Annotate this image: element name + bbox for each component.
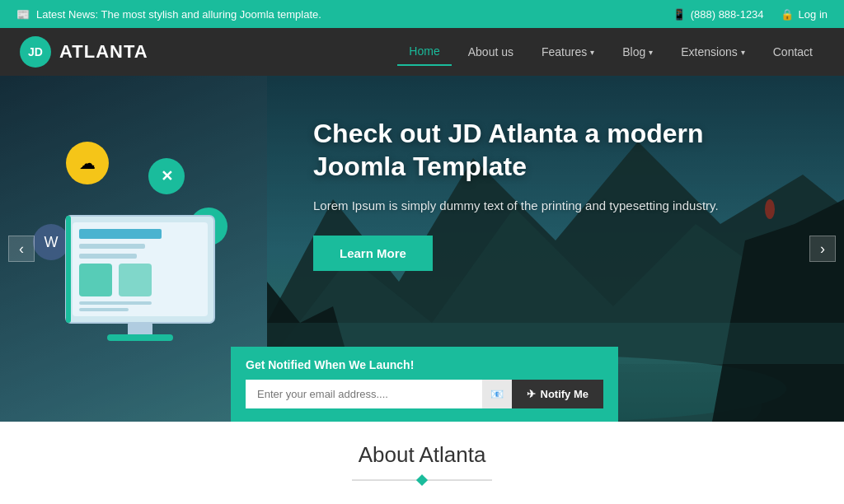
phone-number: (888) 888-1234: [691, 8, 764, 21]
about-section: About Atlanta: [0, 422, 844, 504]
notify-button[interactable]: ✈ Notify Me: [512, 380, 604, 408]
navbar: JD ATLANTA Home About us Features ▾ Blog…: [0, 28, 844, 76]
svg-rect-11: [79, 229, 162, 239]
nav-about[interactable]: About us: [457, 39, 525, 65]
news-text: Latest News: The most stylish and alluri…: [36, 8, 321, 21]
top-bar-actions: 📱 (888) 888-1234 🔒 Log in: [673, 8, 828, 21]
email-input[interactable]: [246, 380, 482, 408]
svg-rect-14: [79, 264, 112, 296]
nav-contact[interactable]: Contact: [762, 39, 824, 65]
learn-more-button[interactable]: Learn More: [313, 236, 433, 271]
divider-line-right: [426, 479, 492, 481]
phone-info: 📱 (888) 888-1234: [673, 8, 764, 21]
nav-blog[interactable]: Blog ▾: [611, 39, 664, 65]
svg-rect-19: [107, 334, 173, 341]
svg-rect-20: [66, 216, 71, 323]
brand-name: ATLANTA: [59, 41, 148, 63]
top-bar: 📰 Latest News: The most stylish and allu…: [0, 0, 844, 28]
hero-section: ‹ ☁ ✕ W ✈ Che: [0, 76, 844, 422]
svg-rect-13: [79, 254, 137, 259]
svg-rect-15: [119, 264, 152, 296]
hero-subtitle: Lorem Ipsum is simply dummy text of the …: [313, 196, 791, 216]
notify-title: Get Notified When We Launch!: [246, 358, 603, 371]
monitor-svg: [49, 208, 231, 372]
news-icon: 📰: [16, 8, 30, 21]
next-arrow[interactable]: ›: [809, 236, 836, 262]
notify-form: 📧 ✈ Notify Me: [246, 380, 603, 408]
blog-arrow: ▾: [649, 48, 653, 57]
email-icon: 📧: [482, 380, 512, 408]
notify-box: Get Notified When We Launch! 📧 ✈ Notify …: [231, 347, 618, 422]
divider-diamond: [416, 474, 428, 485]
svg-rect-18: [128, 323, 152, 336]
logo[interactable]: JD ATLANTA: [20, 36, 148, 68]
lock-icon: 🔒: [781, 8, 794, 21]
divider-line-left: [352, 479, 418, 481]
hero-title: Check out JD Atlanta a modern Joomla Tem…: [313, 117, 791, 183]
about-divider: [352, 476, 492, 484]
about-title: About Atlanta: [359, 442, 486, 468]
notify-submit-label: Notify Me: [541, 388, 589, 400]
svg-rect-12: [79, 244, 145, 249]
send-icon: ✈: [527, 388, 536, 400]
hero-content: Check out JD Atlanta a modern Joomla Tem…: [313, 117, 791, 271]
extensions-arrow: ▾: [741, 48, 745, 57]
logo-circle: JD: [20, 36, 51, 68]
cloud-icon: ☁: [66, 142, 109, 184]
nav-links: Home About us Features ▾ Blog ▾ Extensio…: [397, 38, 824, 66]
joomla-icon: ✕: [148, 158, 185, 194]
phone-icon: 📱: [673, 8, 686, 21]
news-bar: 📰 Latest News: The most stylish and allu…: [16, 8, 321, 21]
login-label: Log in: [799, 8, 828, 21]
login-link[interactable]: 🔒 Log in: [781, 8, 828, 21]
logo-initials: JD: [28, 45, 43, 58]
nav-extensions[interactable]: Extensions ▾: [669, 39, 756, 65]
features-arrow: ▾: [590, 48, 594, 57]
prev-arrow[interactable]: ‹: [8, 236, 35, 262]
svg-rect-16: [79, 301, 152, 305]
svg-rect-17: [79, 308, 129, 311]
nav-home[interactable]: Home: [397, 38, 451, 66]
hero-illustration: ☁ ✕ W ✈: [33, 142, 264, 372]
nav-features[interactable]: Features ▾: [530, 39, 606, 65]
